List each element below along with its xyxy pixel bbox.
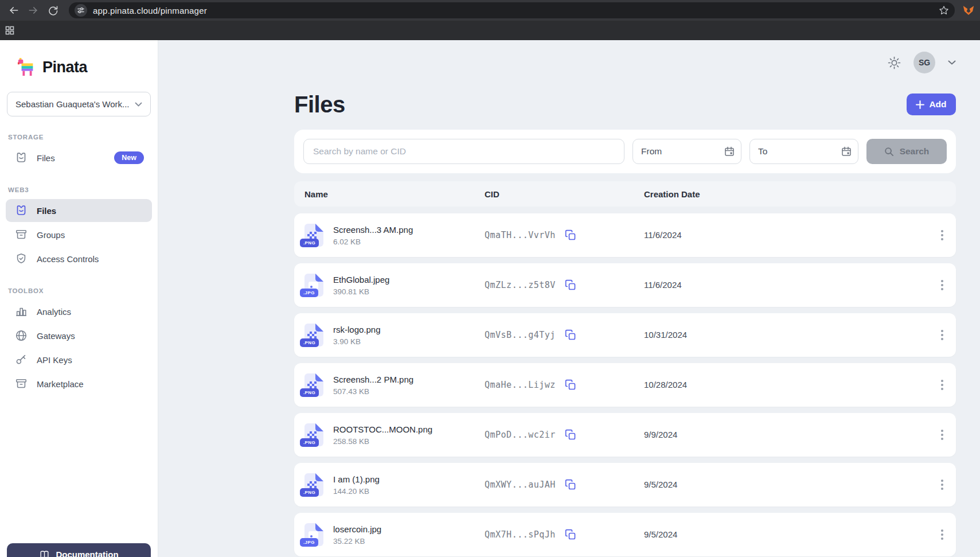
search-input[interactable]: [303, 139, 624, 164]
row-menu-button[interactable]: [938, 326, 947, 344]
table-row[interactable]: .PNG rsk-logo.png 3.90 KB QmVsB...g4Tyj …: [294, 313, 956, 357]
topbar: SG: [294, 52, 956, 73]
copy-cid-button[interactable]: [565, 229, 576, 241]
file-size: 258.58 KB: [333, 437, 432, 446]
file-cid: QmaHe...Lijwz: [485, 380, 556, 390]
file-type-icon: .PNG: [303, 473, 324, 497]
sidebar-item-analytics[interactable]: Analytics: [6, 300, 152, 323]
copy-cid-button[interactable]: [565, 429, 576, 441]
file-date: 11/6/2024: [644, 230, 682, 240]
row-menu-button[interactable]: [938, 526, 947, 543]
file-type-icon: .PNG: [303, 423, 324, 447]
table-row[interactable]: .PNG I am (1).png 144.20 KB QmXWY...auJA…: [294, 463, 956, 507]
copy-cid-button[interactable]: [565, 279, 576, 291]
sun-icon: [888, 56, 901, 69]
section-label-web3: WEB3: [8, 186, 158, 193]
file-size: 3.90 KB: [333, 337, 381, 346]
bar-chart-icon: [15, 305, 28, 318]
add-button[interactable]: Add: [907, 94, 956, 115]
file-name: ROOTSTOC...MOON.png: [333, 424, 432, 434]
file-cid: QmPoD...wc2ir: [485, 430, 556, 440]
copy-cid-button[interactable]: [565, 479, 576, 490]
back-icon[interactable]: [6, 2, 22, 18]
copy-icon: [565, 229, 576, 241]
chevron-down-icon: [135, 102, 142, 107]
file-ext-badge: .JPG: [300, 289, 318, 297]
address-bar[interactable]: app.pinata.cloud/pinmanager: [69, 2, 955, 18]
groups-box-icon: [15, 228, 28, 241]
apps-grid-icon[interactable]: [5, 26, 14, 35]
sidebar-item-access-controls[interactable]: Access Controls: [6, 247, 152, 270]
sidebar-item-api-keys[interactable]: API Keys: [6, 348, 152, 371]
row-menu-button[interactable]: [938, 227, 947, 244]
row-menu-button[interactable]: [938, 476, 947, 493]
search-icon: [884, 147, 894, 157]
table-row[interactable]: .JPG EthGlobal.jpeg 390.81 KB QmZLz...z5…: [294, 263, 956, 307]
sidebar-item-label: Analytics: [37, 307, 144, 317]
sidebar-item-gateways[interactable]: Gateways: [6, 324, 152, 347]
file-type-icon: .JPG: [303, 523, 324, 547]
search-label: Search: [900, 146, 930, 157]
row-menu-button[interactable]: [938, 426, 947, 443]
table-row[interactable]: .PNG Screensh...2 PM.png 507.43 KB QmaHe…: [294, 363, 956, 407]
search-button[interactable]: Search: [866, 139, 947, 164]
sidebar-item-storage-files[interactable]: Files New: [6, 146, 152, 169]
site-info-icon[interactable]: [75, 4, 87, 17]
file-type-icon: .PNG: [303, 223, 324, 247]
shield-check-icon: [15, 252, 28, 265]
documentation-button[interactable]: Documentation: [7, 543, 151, 557]
sidebar-item-label: Gateways: [37, 331, 144, 341]
copy-icon: [565, 479, 576, 490]
copy-cid-button[interactable]: [565, 529, 576, 540]
page-title: Files: [294, 92, 345, 118]
sidebar-item-marketplace[interactable]: Marketplace: [6, 372, 152, 395]
workspace-selector[interactable]: Sebastian Guaqueta's Work...: [7, 92, 151, 116]
file-ext-badge: .PNG: [300, 438, 319, 447]
file-date: 9/9/2024: [644, 430, 677, 439]
file-cid: QmaTH...VvrVh: [485, 230, 556, 240]
files-icon: [15, 151, 28, 164]
bookmark-star-icon[interactable]: [939, 5, 949, 15]
file-cid: QmVsB...g4Tyj: [485, 330, 556, 340]
files-icon: [15, 204, 28, 217]
row-menu-button[interactable]: [938, 376, 947, 394]
file-size: 507.43 KB: [333, 387, 413, 396]
account-menu-button[interactable]: [948, 60, 956, 65]
file-cid: QmZLz...z5t8V: [485, 280, 556, 290]
table-header: Name CID Creation Date: [294, 181, 956, 207]
file-ext-badge: .PNG: [300, 488, 319, 497]
reload-icon[interactable]: [45, 2, 61, 18]
file-date: 9/5/2024: [644, 529, 677, 539]
sidebar-item-label: Access Controls: [37, 254, 144, 264]
file-date: 10/31/2024: [644, 330, 687, 340]
sidebar-item-label: API Keys: [37, 355, 144, 365]
file-size: 390.81 KB: [333, 287, 389, 296]
copy-cid-button[interactable]: [565, 329, 576, 341]
file-name: EthGlobal.jpeg: [333, 275, 389, 285]
theme-toggle-button[interactable]: [888, 56, 901, 69]
plus-icon: [916, 100, 924, 109]
filter-bar: Search: [294, 130, 956, 173]
chevron-down-icon: [948, 60, 956, 65]
file-name: Screensh...3 AM.png: [333, 225, 413, 235]
metamask-icon[interactable]: [963, 5, 974, 16]
sidebar: Pinata Sebastian Guaqueta's Work... STOR…: [0, 40, 158, 557]
bookmarks-bar: [0, 21, 980, 40]
table-row[interactable]: .PNG ROOTSTOC...MOON.png 258.58 KB QmPoD…: [294, 413, 956, 457]
row-menu-button[interactable]: [938, 276, 947, 294]
sidebar-item-label: Marketplace: [37, 379, 144, 389]
sidebar-item-groups[interactable]: Groups: [6, 223, 152, 246]
copy-cid-button[interactable]: [565, 379, 576, 391]
copy-icon: [565, 329, 576, 341]
copy-icon: [565, 529, 576, 540]
forward-icon[interactable]: [25, 2, 41, 18]
file-date: 11/6/2024: [644, 280, 682, 290]
main-content: SG Files Add Search: [158, 40, 980, 557]
table-row[interactable]: .JPG losercoin.jpg 35.22 KB QmX7H...sPqJ…: [294, 513, 956, 556]
globe-icon: [15, 329, 28, 342]
table-row[interactable]: .PNG Screensh...3 AM.png 6.02 KB QmaTH..…: [294, 213, 956, 257]
file-type-icon: .PNG: [303, 323, 324, 347]
avatar[interactable]: SG: [913, 52, 935, 73]
section-label-storage: STORAGE: [8, 134, 158, 141]
sidebar-item-web3-files[interactable]: Files: [6, 199, 152, 222]
